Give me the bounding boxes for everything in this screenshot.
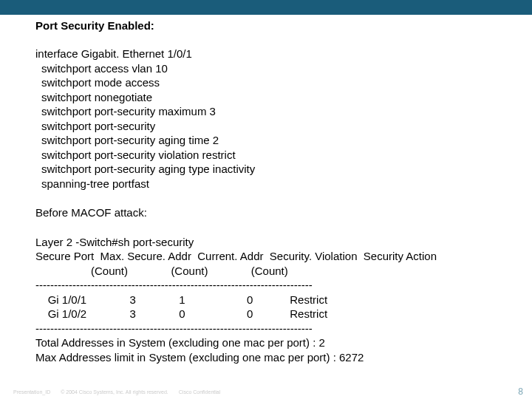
config-line: switchport mode access	[35, 75, 532, 90]
config-line: switchport port-security maximum 3	[35, 104, 532, 119]
slide-title: Port Security Enabled:	[35, 19, 532, 32]
config-line: switchport port-security aging type inac…	[35, 162, 532, 177]
config-line: switchport nonegotiate	[35, 90, 532, 105]
presentation-id: Presentation_ID	[13, 389, 50, 395]
cli-separator: ----------------------------------------…	[35, 278, 532, 293]
confidential-text: Cisco Confidential	[179, 389, 220, 395]
config-line: switchport port-security	[35, 119, 532, 134]
config-line: spanning-tree portfast	[35, 177, 532, 191]
cli-output: Layer 2 -Switch#sh port-security Secure …	[35, 235, 532, 365]
config-line: switchport port-security violation restr…	[35, 148, 532, 163]
cli-header: Secure Port Max. Secure. Addr Current. A…	[35, 249, 532, 264]
config-interface: interface Gigabit. Ethernet 1/0/1	[35, 47, 532, 61]
config-line: switchport access vlan 10	[35, 61, 532, 76]
total-addresses: Total Addresses in System (excluding one…	[35, 335, 532, 350]
max-addresses: Max Addresses limit in System (excluding…	[35, 350, 532, 365]
table-row: Gi 1/0/2 3 0 0 Restrict	[35, 307, 532, 321]
cli-separator: ----------------------------------------…	[35, 321, 532, 336]
page-number: 8	[518, 386, 523, 397]
before-attack-label: Before MACOF attack:	[35, 205, 532, 220]
slide-footer: Presentation_ID © 2004 Cisco Systems, In…	[13, 386, 523, 397]
table-row: Gi 1/0/1 3 1 0 Restrict	[35, 293, 532, 307]
cli-command: Layer 2 -Switch#sh port-security	[35, 235, 532, 250]
header-bar	[0, 0, 532, 15]
config-line: switchport port-security aging time 2	[35, 133, 532, 148]
slide-content: Port Security Enabled: interface Gigabit…	[0, 15, 532, 364]
copyright-text: © 2004 Cisco Systems, Inc. All rights re…	[61, 389, 168, 395]
cli-header2: (Count) (Count) (Count)	[35, 264, 532, 279]
